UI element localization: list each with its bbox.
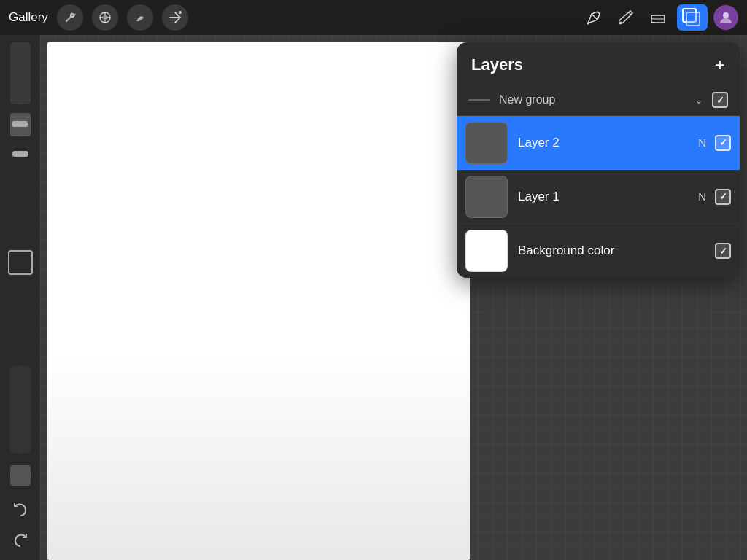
layer-row[interactable]: Background color [457, 224, 740, 278]
svg-point-1 [103, 15, 107, 20]
smudge-tool-button[interactable] [127, 4, 153, 31]
redo-icon [12, 532, 29, 549]
layers-stack-icon [682, 8, 703, 27]
adjust-tool-button[interactable] [92, 4, 118, 31]
eraser-tool-button[interactable] [645, 4, 671, 31]
layers-panel: Layers + New group ⌄ Layer 2 N Layer 1 N… [457, 42, 740, 278]
gallery-button[interactable]: Gallery [9, 10, 48, 25]
transform-tool-button[interactable] [162, 4, 188, 31]
group-line-icon [468, 99, 490, 101]
layer-name: Layer 1 [518, 190, 698, 204]
layer-blend-mode: N [698, 136, 706, 149]
transform-icon [168, 10, 182, 25]
user-avatar[interactable] [713, 5, 738, 30]
undo-icon [12, 501, 29, 518]
layers-panel-header: Layers + [457, 42, 740, 85]
layer-thumbnail [465, 122, 508, 164]
eraser-icon [649, 8, 667, 27]
left-sidebar [0, 35, 40, 560]
undo-button[interactable] [8, 497, 33, 522]
color-strip[interactable] [10, 366, 31, 454]
new-group-visibility-checkbox[interactable] [712, 92, 728, 108]
toolbar-left: Gallery [9, 4, 188, 31]
layer-name: Background color [518, 244, 715, 258]
top-toolbar: Gallery [0, 0, 747, 35]
brush-tool-button[interactable] [613, 4, 639, 31]
size-handle[interactable] [10, 142, 31, 166]
redo-button[interactable] [8, 528, 33, 553]
layer-thumbnail [465, 176, 508, 218]
layers-toggle-button[interactable] [677, 4, 708, 31]
layers-panel-title: Layers [471, 55, 523, 74]
layer-visibility-checkbox[interactable] [715, 243, 731, 259]
adjust-icon [98, 10, 112, 25]
smudge-icon [133, 10, 147, 25]
add-layer-button[interactable]: + [715, 56, 725, 74]
layer-name: Layer 2 [518, 136, 698, 150]
layer-visibility-checkbox[interactable] [715, 135, 731, 151]
svg-point-3 [587, 23, 589, 25]
layer-blend-mode: N [698, 190, 706, 203]
bottom-slider[interactable] [10, 465, 31, 486]
layer-row[interactable]: Layer 2 N [457, 116, 740, 170]
svg-point-6 [723, 12, 729, 18]
chevron-down-icon: ⌄ [694, 94, 703, 106]
pen-icon [584, 8, 603, 27]
layer-thumbnail [465, 230, 508, 272]
drawing-canvas[interactable] [47, 42, 470, 560]
new-group-row[interactable]: New group ⌄ [457, 85, 740, 116]
wrench-icon [63, 10, 77, 25]
new-group-label: New group [499, 93, 694, 106]
toolbar-right [581, 4, 738, 31]
pen-tool-button[interactable] [581, 4, 607, 31]
brush-size-slider[interactable] [10, 113, 31, 136]
opacity-slider[interactable] [10, 42, 31, 104]
avatar-icon [719, 10, 733, 25]
layer-row[interactable]: Layer 1 N [457, 170, 740, 224]
selection-tool-button[interactable] [8, 250, 33, 275]
svg-point-2 [179, 11, 182, 14]
brush-icon [616, 8, 635, 27]
wrench-tool-button[interactable] [57, 4, 83, 31]
layer-visibility-checkbox[interactable] [715, 189, 731, 205]
